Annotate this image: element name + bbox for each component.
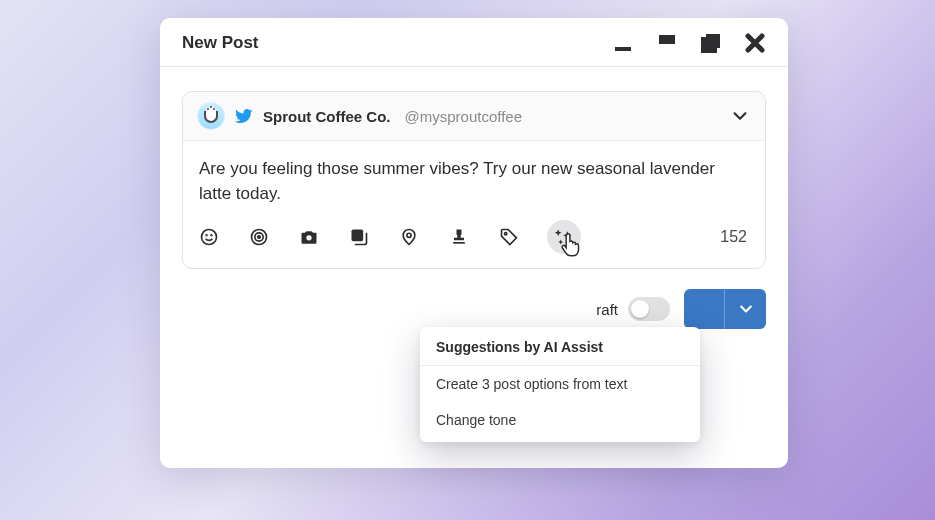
compose-account-row: Sprout Coffee Co. @mysproutcoffee	[183, 92, 765, 141]
svg-rect-3	[659, 42, 675, 44]
svg-rect-0	[615, 47, 631, 51]
modal-title: New Post	[182, 33, 259, 53]
account-dropdown-button[interactable]	[729, 105, 751, 127]
media-stack-icon[interactable]	[347, 225, 371, 249]
camera-icon[interactable]	[297, 225, 321, 249]
compose-toolbar: 152	[183, 210, 765, 268]
draft-toggle-group: raft	[596, 297, 670, 321]
compose-textarea[interactable]: Are you feeling those summer vibes? Try …	[183, 141, 765, 210]
account-name: Sprout Coffee Co.	[263, 108, 391, 125]
svg-point-12	[258, 236, 261, 239]
footer-row: raft	[182, 289, 766, 329]
target-icon[interactable]	[247, 225, 271, 249]
modal-body: Sprout Coffee Co. @mysproutcoffee Are yo…	[160, 67, 788, 345]
location-pin-icon[interactable]	[397, 225, 421, 249]
draft-toggle-label: raft	[596, 301, 618, 318]
account-handle: @mysproutcoffee	[405, 108, 523, 125]
ai-popover-title: Suggestions by AI Assist	[420, 327, 700, 366]
svg-rect-6	[702, 38, 716, 52]
modal-header: New Post	[160, 18, 788, 67]
svg-point-8	[206, 235, 207, 236]
twitter-icon	[235, 107, 253, 125]
svg-point-7	[202, 230, 217, 245]
stamp-icon[interactable]	[447, 225, 471, 249]
close-button[interactable]	[744, 32, 766, 54]
compose-card: Sprout Coffee Co. @mysproutcoffee Are yo…	[182, 91, 766, 269]
account-selector[interactable]: Sprout Coffee Co. @mysproutcoffee	[197, 102, 522, 130]
primary-action-split-button	[684, 289, 766, 329]
minimize-button[interactable]	[612, 32, 634, 54]
new-post-modal: New Post Spro	[160, 18, 788, 468]
svg-rect-16	[453, 242, 465, 244]
ai-popover-item[interactable]: Change tone	[420, 402, 700, 442]
ai-popover-item[interactable]: Create 3 post options from text	[420, 366, 700, 402]
svg-point-15	[407, 234, 411, 238]
header-actions	[612, 32, 766, 54]
ai-assist-popover: Suggestions by AI Assist Create 3 post o…	[420, 327, 700, 442]
toolbar-left	[197, 220, 581, 254]
account-avatar	[197, 102, 225, 130]
ai-assist-icon[interactable]	[547, 220, 581, 254]
duplicate-button[interactable]	[700, 32, 722, 54]
primary-action-button[interactable]	[684, 289, 724, 329]
svg-point-9	[211, 235, 212, 236]
character-count: 152	[720, 228, 747, 246]
primary-action-dropdown[interactable]	[724, 289, 766, 329]
svg-point-17	[505, 233, 507, 235]
svg-point-13	[306, 235, 311, 240]
emoji-icon[interactable]	[197, 225, 221, 249]
draft-toggle[interactable]	[628, 297, 670, 321]
collapse-button[interactable]	[656, 32, 678, 54]
tag-icon[interactable]	[497, 225, 521, 249]
svg-rect-14	[352, 230, 364, 242]
